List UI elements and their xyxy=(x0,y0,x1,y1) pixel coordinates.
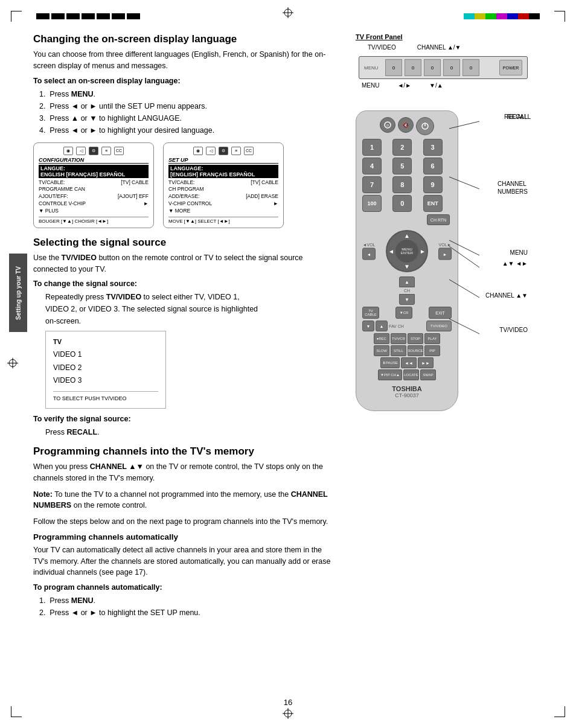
num-btn-1[interactable]: 1 xyxy=(362,139,382,156)
screen-mockups: ◉ ◁ ⚙ ≡ CC CONFIGURATION LANGUE: ENGLISH… xyxy=(33,142,335,228)
ch-up-button[interactable]: ▲ xyxy=(399,276,415,287)
vcr-button[interactable]: ▼CR xyxy=(395,307,412,319)
menu-enter-inner[interactable]: MENUENTER xyxy=(395,240,418,263)
annot-channel-numbers-label: CHANNELNUMBERS xyxy=(498,180,528,196)
num-btn-3[interactable]: 3 xyxy=(423,139,443,156)
section3-auto-label: To program channels automatically: xyxy=(33,583,335,592)
signal-video3: VIDEO 3 xyxy=(53,374,158,388)
ch-rtn-area: CH RTN xyxy=(362,214,452,225)
transport-row3: ⏸PAUSE ◄◄ ►► xyxy=(362,357,452,368)
num-btn-7[interactable]: 7 xyxy=(362,176,382,193)
screen1-row3: AJOUT/EFF:[AJOUT] EFF xyxy=(39,193,149,200)
section2-verify-text: Press RECALL. xyxy=(45,426,335,438)
rec-button[interactable]: ●REC xyxy=(374,333,389,344)
tv-segment3: 0 xyxy=(424,59,441,76)
fav-ch-area: ▼ ▲ FAV CH xyxy=(362,321,404,331)
tv-power-btn: POWER xyxy=(499,60,522,75)
corner-mark-bl xyxy=(11,706,22,717)
num-btn-5[interactable]: 5 xyxy=(392,158,412,174)
ch-down-button[interactable]: ▼ xyxy=(399,294,415,305)
sidebar-tab-label: Setting up your TV xyxy=(14,266,22,320)
color-registration-bars xyxy=(464,13,540,19)
tv-label-arrows-ud: ▼/▲ xyxy=(429,82,443,89)
tv-segment5: 0 xyxy=(462,59,479,76)
num-btn-6[interactable]: 6 xyxy=(423,158,443,174)
num-btn-100[interactable]: 100 xyxy=(362,195,382,212)
remote-model: CT-90037 xyxy=(362,392,452,398)
transport-row1: ●REC TV/VCR STOP PLAY xyxy=(362,333,452,344)
exit-button[interactable]: EXIT xyxy=(429,307,452,319)
play-button[interactable]: PLAY xyxy=(424,333,440,344)
corner-mark-br xyxy=(554,706,565,717)
tv-label-tvvideo: TV/VIDEO xyxy=(368,44,396,51)
pause-button[interactable]: ⏸PAUSE xyxy=(380,357,400,368)
screen1-icon1: ◉ xyxy=(63,147,73,155)
still-button[interactable]: STILL xyxy=(391,345,406,356)
fav-up-button[interactable]: ▲ xyxy=(376,321,388,331)
num-btn-4[interactable]: 4 xyxy=(362,158,382,174)
section3-title: Programming channels into the TV's memor… xyxy=(33,445,335,458)
num-btn-0[interactable]: 0 xyxy=(392,195,412,212)
screen2-icon3: ⚙ xyxy=(219,147,228,155)
sidebar-tab: Setting up your TV xyxy=(9,254,27,332)
signal-footer: TO SELECT PUSH TV/VIDEO xyxy=(53,391,158,403)
tv-video-button[interactable]: TV/VIDEO xyxy=(426,321,452,331)
screen1-row1: TV/CABLE:[TV] CABLE xyxy=(39,179,149,187)
screen2-icon2: ◁ xyxy=(206,147,216,155)
tv-segment2: 0 xyxy=(405,59,421,76)
num-btn-9[interactable]: 9 xyxy=(423,176,443,193)
corner-mark-tr xyxy=(554,11,565,22)
tv-label-menu: MENU xyxy=(362,82,379,89)
tv-cable-button[interactable]: TVCABLE xyxy=(362,307,379,319)
reg-mark-bottom xyxy=(283,708,293,721)
tv-segment1: 0 xyxy=(385,59,402,76)
vol-area: ◄VOL ◄ xyxy=(362,243,376,260)
fav-down-button[interactable]: ▼ xyxy=(362,321,374,331)
step1-2: 2. Press ◄ or ► until the SET UP menu ap… xyxy=(39,100,335,112)
power-button[interactable] xyxy=(416,117,434,135)
rew-button[interactable]: ◄◄ xyxy=(401,357,417,368)
section2-body: Use the TV/VIDEO button on the remote co… xyxy=(33,252,335,275)
step1-1: 1. Press MENU. xyxy=(39,88,335,100)
transport-row4: ▼PIP CH▲ LOCATE SWAP xyxy=(362,369,452,380)
screen1-icon4: ≡ xyxy=(101,147,111,155)
pip-ch-button[interactable]: ▼PIP CH▲ xyxy=(378,369,402,380)
tv-panel-labels-top: TV/VIDEO CHANNEL ▲/▼ xyxy=(368,44,461,51)
ch-rtn-button[interactable]: CH RTN xyxy=(427,214,450,225)
auto-step2: 2. Press ◄ or ► to highlight the SET UP … xyxy=(39,607,335,619)
corner-mark-tl xyxy=(11,11,22,22)
annot-menu-label: MENU xyxy=(510,249,528,256)
ff-button[interactable]: ►► xyxy=(418,357,434,368)
pip-button[interactable]: PIP xyxy=(424,345,440,356)
step1-3: 3. Press ▲ or ▼ to highlight LANGUAGE. xyxy=(39,112,335,124)
swap-button[interactable]: SWAP xyxy=(420,369,436,380)
menu-enter-button[interactable]: MENUENTER ▲ ▼ ◄ ► xyxy=(386,230,428,272)
annot-recall-label: RECALL xyxy=(504,113,528,120)
num-btn-2[interactable]: 2 xyxy=(392,139,412,156)
svg-text:R: R xyxy=(386,124,389,127)
tv-panel-label: TV Front Panel xyxy=(356,33,543,40)
remote-brand: TOSHIBA xyxy=(362,385,452,392)
section2-verify-label: To verify the signal source: xyxy=(33,415,335,423)
vol-left-button[interactable]: ◄ xyxy=(362,248,376,260)
num-btn-8[interactable]: 8 xyxy=(392,176,412,193)
slow-button[interactable]: SLOW xyxy=(374,345,389,356)
fav-row: ▼ ▲ FAV CH TV/VIDEO xyxy=(362,321,452,331)
mute-button[interactable]: 🔇 xyxy=(398,117,414,133)
locate-button[interactable]: LOCATE xyxy=(403,369,419,380)
stop-button[interactable]: STOP xyxy=(408,333,423,344)
source-button[interactable]: SOURCE xyxy=(408,345,423,356)
screen1-highlight: LANGUE: ENGLISH [FRANÇAIS] ESPAÑOL xyxy=(39,165,149,178)
signal-source-box: TV VIDEO 1 VIDEO 2 VIDEO 3 TO SELECT PUS… xyxy=(45,331,166,409)
screen2-row1: TV/CABLE:[TV] CABLE xyxy=(168,179,278,187)
screen2-row3: ADD/ERASE:[ADD] ERASE xyxy=(168,193,278,200)
section1-steps: 1. Press MENU. 2. Press ◄ or ► until the… xyxy=(33,88,335,136)
screen2: ◉ ◁ ⚙ ≡ CC SET UP LANGUAGE: [ENGLISH] FR… xyxy=(163,142,284,228)
recall-button[interactable]: R xyxy=(380,117,395,133)
vol-right-button[interactable]: ► xyxy=(438,248,452,260)
ch-label: CH xyxy=(404,289,410,293)
num-btn-ent[interactable]: ENT xyxy=(423,195,443,212)
top-registration-bars xyxy=(36,13,140,19)
signal-video1: VIDEO 1 xyxy=(53,348,158,362)
tvvcr-button[interactable]: TV/VCR xyxy=(391,333,406,344)
